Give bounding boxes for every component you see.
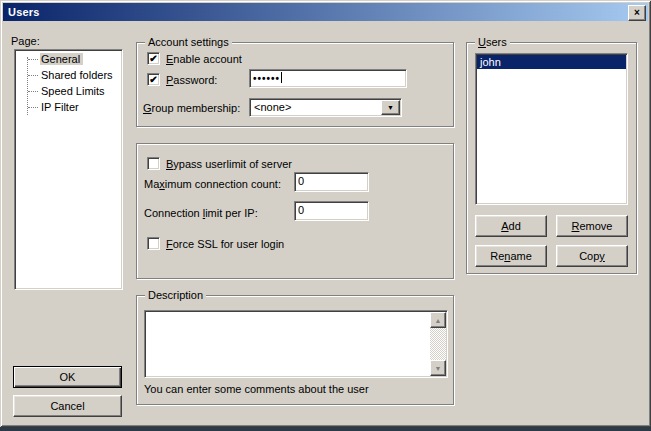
close-icon: ×: [634, 8, 640, 18]
checkbox-unchecked-icon: ✔: [147, 237, 160, 250]
chevron-down-icon: ▼: [387, 104, 394, 111]
users-group-title: Users: [475, 36, 510, 49]
page-label: Page:: [11, 35, 40, 47]
users-list[interactable]: john: [475, 53, 628, 205]
checkbox-checked-icon: ✔: [147, 73, 160, 86]
enable-account-label: Enable account: [166, 53, 242, 65]
add-button[interactable]: Add: [475, 215, 547, 237]
page-item-shared-folders[interactable]: Shared folders: [15, 67, 122, 83]
bypass-userlimit-checkbox[interactable]: ✔ Bypass userlimit of server: [147, 157, 292, 170]
arrow-down-icon: ▼: [435, 365, 442, 372]
connection-limit-per-ip-label: Connection limit per IP:: [144, 207, 258, 219]
password-input[interactable]: ••••••: [249, 69, 407, 88]
description-textarea[interactable]: ▲ ▼: [144, 310, 448, 378]
password-label: Password:: [166, 74, 217, 86]
max-connections-input[interactable]: 0: [294, 172, 369, 192]
group-membership-label: Group membership:: [143, 102, 240, 114]
user-list-item[interactable]: john: [477, 55, 626, 69]
account-settings-group: Account settings ✔ Enable account ✔ Pass…: [136, 42, 454, 127]
arrow-up-icon: ▲: [435, 317, 442, 324]
users-dialog: Users × Page: General Shared folders Spe…: [0, 0, 651, 427]
bypass-userlimit-label: Bypass userlimit of server: [166, 158, 292, 170]
window-title: Users: [3, 6, 40, 18]
remove-button[interactable]: Remove: [556, 215, 628, 237]
password-checkbox[interactable]: ✔ Password:: [147, 73, 217, 86]
checkbox-checked-icon: ✔: [147, 52, 160, 65]
connection-limits-group: ✔ Bypass userlimit of server Maximum con…: [136, 143, 454, 279]
enable-account-checkbox[interactable]: ✔ Enable account: [147, 52, 242, 65]
force-ssl-checkbox[interactable]: ✔ Force SSL for user login: [147, 237, 284, 250]
group-membership-select[interactable]: <none> ▼: [249, 98, 402, 117]
title-bar[interactable]: Users ×: [3, 3, 648, 21]
max-connections-label: Maximum connection count:: [144, 178, 281, 190]
group-membership-value: <none>: [254, 101, 291, 113]
close-button[interactable]: ×: [628, 5, 646, 21]
ok-button[interactable]: OK: [13, 366, 122, 388]
users-group: Users john Add Remove Rename Copy: [466, 42, 637, 274]
page-item-speed-limits[interactable]: Speed Limits: [15, 83, 122, 99]
description-hint: You can enter some comments about the us…: [144, 383, 369, 395]
scroll-up-button[interactable]: ▲: [430, 312, 446, 328]
scroll-down-button[interactable]: ▼: [430, 360, 446, 376]
rename-button[interactable]: Rename: [475, 245, 547, 267]
page-list[interactable]: General Shared folders Speed Limits IP F…: [14, 49, 123, 290]
desktop-background: Users × Page: General Shared folders Spe…: [0, 0, 651, 431]
page-item-ip-filter[interactable]: IP Filter: [15, 99, 122, 115]
text-caret: [281, 72, 282, 83]
description-title: Description: [145, 289, 206, 302]
description-group: Description ▲ ▼ You can enter some comme…: [136, 295, 454, 405]
account-settings-title: Account settings: [145, 36, 232, 49]
page-item-general[interactable]: General: [15, 51, 122, 67]
vertical-scrollbar[interactable]: ▲ ▼: [430, 312, 446, 376]
force-ssl-label: Force SSL for user login: [166, 238, 284, 250]
checkbox-unchecked-icon: ✔: [147, 157, 160, 170]
connection-limit-per-ip-input[interactable]: 0: [294, 201, 369, 221]
cancel-button[interactable]: Cancel: [13, 395, 122, 417]
copy-button[interactable]: Copy: [556, 245, 628, 267]
combo-dropdown-button[interactable]: ▼: [381, 100, 400, 115]
